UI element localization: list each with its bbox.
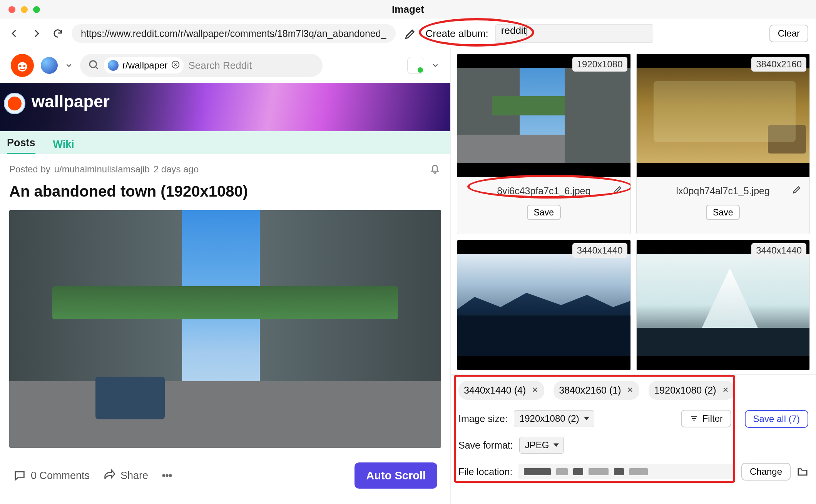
file-location-row: File location: Change <box>458 463 808 481</box>
open-folder-icon[interactable] <box>797 466 808 477</box>
forward-button[interactable] <box>31 28 42 39</box>
community-dropdown[interactable] <box>65 61 73 70</box>
rename-icon[interactable] <box>792 185 802 197</box>
svg-point-5 <box>163 475 165 477</box>
album-name-input[interactable]: reddit <box>495 24 653 43</box>
post-author[interactable]: u/muhaiminulislamsajib <box>54 164 150 175</box>
controls-panel: 3440x1440 (4) 3840x2160 (1) 1920x1080 (2… <box>451 374 816 486</box>
back-button[interactable] <box>9 28 20 39</box>
app-toolbar: https://www.reddit.com/r/wallpaper/comme… <box>0 19 816 48</box>
notify-icon[interactable] <box>429 162 441 177</box>
change-location-button[interactable]: Change <box>741 463 791 481</box>
reload-button[interactable] <box>52 28 63 39</box>
save-format-row: Save format: JPEG <box>458 437 808 454</box>
scope-avatar-icon <box>108 60 119 71</box>
file-location-input[interactable] <box>518 464 735 479</box>
header-more-dropdown[interactable] <box>431 61 440 70</box>
auto-scroll-button[interactable]: Auto Scroll <box>354 462 437 489</box>
chip-remove-icon[interactable] <box>626 385 634 396</box>
svg-point-7 <box>169 475 171 477</box>
close-window-icon[interactable] <box>8 6 15 13</box>
size-chip[interactable]: 1920x1080 (2) <box>649 381 734 400</box>
share-button[interactable]: Share <box>103 469 148 482</box>
comments-label: 0 Comments <box>31 470 90 482</box>
tab-wiki[interactable]: Wiki <box>53 139 74 154</box>
subreddit-title: wallpaper <box>32 92 110 111</box>
post-more-button[interactable] <box>161 470 173 481</box>
search-scope-chip[interactable]: r/wallpaper <box>104 57 184 73</box>
chip-remove-icon[interactable] <box>722 385 729 396</box>
thumbnail-image[interactable] <box>457 54 630 177</box>
resolution-badge: 3440x1440 <box>751 243 806 258</box>
thumbnail-card: 3840x2160 lx0pqh74al7c1_5.jpeg Save <box>636 53 810 234</box>
subreddit-banner: wallpaper <box>0 83 450 131</box>
post-title: An abandoned town (1920x1080) <box>9 183 441 200</box>
maximize-window-icon[interactable] <box>33 6 40 13</box>
nav-buttons <box>9 28 63 39</box>
posted-by-prefix: Posted by <box>9 164 50 175</box>
save-all-button[interactable]: Save all (7) <box>745 410 808 428</box>
thumbnail-card: 3440x1440 <box>636 240 810 370</box>
thumbnail-grid: 1920x1080 8vi6c43pfa7c1_6.jpeg Save 3840… <box>451 48 816 374</box>
url-bar[interactable]: https://www.reddit.com/r/wallpaper/comme… <box>72 24 396 43</box>
picker-icon[interactable] <box>404 27 417 40</box>
comments-button[interactable]: 0 Comments <box>13 469 90 482</box>
reddit-logo-icon[interactable] <box>11 54 34 77</box>
browser-pane: r/wallpaper Search Reddit wallpaper Post… <box>0 48 450 504</box>
svg-point-6 <box>166 475 168 477</box>
reddit-header: r/wallpaper Search Reddit <box>0 48 450 83</box>
scope-remove-icon[interactable] <box>171 60 180 70</box>
size-chip-label: 3440x1440 (4) <box>464 385 526 396</box>
resolution-badge: 1920x1080 <box>572 57 627 72</box>
filter-label: Filter <box>702 413 723 424</box>
subreddit-avatar-icon[interactable] <box>4 93 25 114</box>
thumbnail-image[interactable] <box>637 240 810 370</box>
post-meta: Posted by u/muhaiminulislamsajib 2 days … <box>9 162 441 177</box>
thumbnail-filename[interactable]: 8vi6c43pfa7c1_6.jpeg <box>497 185 590 197</box>
save-button[interactable]: Save <box>527 205 561 220</box>
album-name-value: reddit <box>501 25 527 36</box>
window-title: Imaget <box>392 3 424 15</box>
search-placeholder: Search Reddit <box>188 60 252 72</box>
save-button[interactable]: Save <box>706 205 740 220</box>
thumbnail-image[interactable] <box>457 240 630 370</box>
scope-chip-label: r/wallpaper <box>122 60 167 71</box>
post: Posted by u/muhaiminulislamsajib 2 days … <box>0 154 450 489</box>
svg-point-3 <box>90 61 97 68</box>
subreddit-tabs: Posts Wiki <box>0 131 450 154</box>
post-footer: 0 Comments Share Auto Scroll <box>9 452 441 489</box>
create-album-area: Create album: reddit <box>426 24 653 43</box>
post-image[interactable] <box>9 210 441 448</box>
image-size-label: Image size: <box>458 413 508 424</box>
size-chip[interactable]: 3440x1440 (4) <box>458 381 544 400</box>
resolution-badge: 3840x2160 <box>751 57 806 72</box>
search-icon <box>88 59 99 72</box>
thumbnail-filename[interactable]: lx0pqh74al7c1_5.jpeg <box>676 185 770 197</box>
thumbnail-card: 1920x1080 8vi6c43pfa7c1_6.jpeg Save <box>457 53 631 234</box>
thumbnail-image[interactable] <box>637 54 810 177</box>
app-indicator-icon[interactable] <box>407 57 424 74</box>
size-chip-label: 3840x2160 (1) <box>559 385 621 396</box>
gallery-pane: 1920x1080 8vi6c43pfa7c1_6.jpeg Save 3840… <box>450 48 816 504</box>
window-controls <box>8 6 40 13</box>
size-chip-row: 3440x1440 (4) 3840x2160 (1) 1920x1080 (2… <box>458 381 808 400</box>
file-location-label: File location: <box>458 466 512 477</box>
main-area: r/wallpaper Search Reddit wallpaper Post… <box>0 48 816 504</box>
community-avatar-icon[interactable] <box>41 57 58 74</box>
tab-posts[interactable]: Posts <box>7 137 35 154</box>
chip-remove-icon[interactable] <box>531 385 539 396</box>
rename-icon[interactable] <box>613 185 623 197</box>
post-age: 2 days ago <box>154 164 199 175</box>
size-chip[interactable]: 3840x2160 (1) <box>553 381 639 400</box>
titlebar: Imaget <box>0 0 816 19</box>
resolution-badge: 3440x1440 <box>572 243 627 258</box>
size-chip-label: 1920x1080 (2) <box>654 385 716 396</box>
filter-button[interactable]: Filter <box>681 410 731 427</box>
save-format-select[interactable]: JPEG <box>519 437 564 454</box>
minimize-window-icon[interactable] <box>21 6 28 13</box>
reddit-search[interactable]: r/wallpaper Search Reddit <box>80 54 323 77</box>
share-label: Share <box>120 470 148 482</box>
clear-button[interactable]: Clear <box>769 25 808 42</box>
create-album-label: Create album: <box>426 28 488 40</box>
image-size-select[interactable]: 1920x1080 (2) <box>514 410 594 427</box>
